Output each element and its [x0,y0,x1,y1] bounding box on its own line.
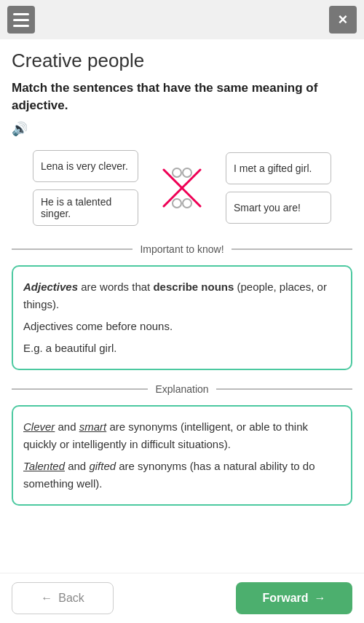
sound-icon[interactable]: 🔊 [12,120,28,138]
match-right-column: I met a gifted girl. Smart you are! [226,152,331,224]
match-card-right-1[interactable]: I met a gifted girl. [226,152,331,184]
match-center [138,168,226,208]
back-label: Back [58,592,84,605]
footer: Back Forward [0,573,364,623]
explanation-line-1: Clever and smart are synonyms (intellige… [23,418,341,453]
header: × [0,0,364,39]
info-box: Adjectives are words that describe nouns… [12,265,352,370]
forward-arrow-icon [314,592,326,605]
menu-button[interactable] [7,6,35,34]
cross-lines-svg [160,166,204,210]
explanation-divider: Explanation [12,383,352,395]
important-divider: Important to know! [12,243,352,255]
match-left-column: Lena is very clever. He is a talented si… [33,150,138,226]
footer-spacer [12,519,352,577]
menu-line [13,19,29,21]
info-line-3: E.g. a beautiful girl. [23,340,341,357]
explanation-label: Explanation [155,383,208,395]
forward-button[interactable]: Forward [236,582,352,614]
info-line-1: Adjectives are words that describe nouns… [23,278,341,313]
back-arrow-icon [41,592,52,605]
menu-line [13,13,29,15]
info-line-2: Adjectives come before nouns. [23,318,341,335]
forward-label: Forward [262,592,308,605]
important-label: Important to know! [140,243,223,255]
matching-area: Lena is very clever. He is a talented si… [12,150,352,226]
main-content: Match the sentences that have the same m… [0,79,364,589]
instruction-label: Match the sentences that have the same m… [12,79,352,114]
instruction-text: Match the sentences that have the same m… [12,79,352,138]
explanation-divider-line-left [12,388,148,390]
match-card-left-2[interactable]: He is a talented singer. [33,189,138,226]
explanation-line-2: Talented and gifted are synonyms (has a … [23,458,341,493]
match-card-left-1[interactable]: Lena is very clever. [33,150,138,182]
divider-line-right [232,248,352,250]
explanation-divider-line-right [216,388,352,390]
page-title: Creative people [0,39,364,79]
divider-line-left [12,248,132,250]
explanation-box: Clever and smart are synonyms (intellige… [12,405,352,506]
menu-line [13,25,29,27]
close-button[interactable]: × [329,6,357,34]
back-button[interactable]: Back [12,582,114,614]
match-card-right-2[interactable]: Smart you are! [226,192,331,224]
